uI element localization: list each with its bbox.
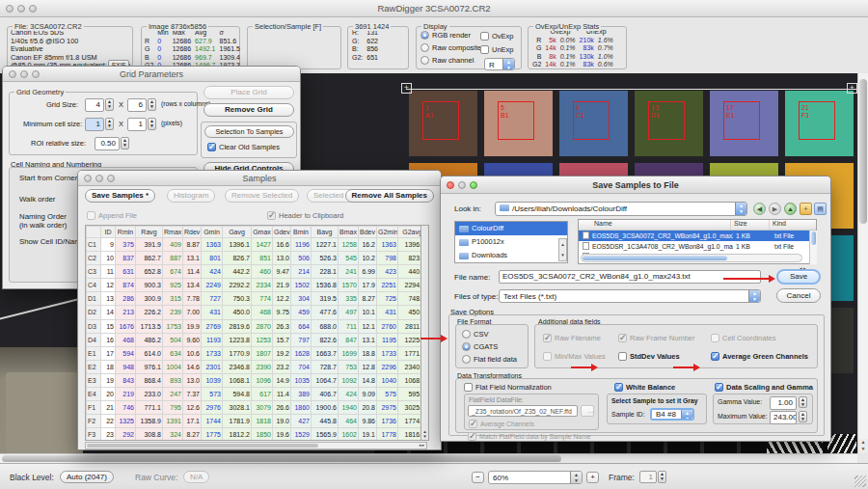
display-radio-raw-channel[interactable]: Raw channel: [420, 56, 481, 65]
sample-row-C3[interactable]: C311631652.867411.4424442.24609.47214228…: [87, 265, 428, 279]
save-dialog-titlebar[interactable]: Save Samples to File: [441, 177, 830, 194]
gamma-stepper[interactable]: ▲▼: [799, 396, 807, 408]
unexp-checkbox[interactable]: UnExp: [480, 45, 514, 54]
sample-row-C4[interactable]: C412874900.392513.422492292.2233421.9150…: [87, 279, 428, 292]
cancel-button[interactable]: Cancel: [776, 288, 821, 303]
new-folder-icon[interactable]: +: [800, 203, 812, 215]
stddev-values-checkbox[interactable]: StdDev Values: [618, 352, 680, 361]
list-view-icon[interactable]: ▤: [814, 203, 827, 215]
forward-icon[interactable]: ▶: [769, 203, 781, 215]
min-cell-w-input[interactable]: 1: [85, 118, 104, 131]
vertical-scroll-arrows[interactable]: ▲▼: [857, 439, 868, 453]
average-channels-checkbox[interactable]: Average Channels: [469, 420, 534, 428]
sample-row-E2[interactable]: E218948976.1100414.623012346.8239023.270…: [87, 360, 428, 373]
selection-to-samples-button[interactable]: Selection To Samples: [204, 125, 294, 138]
sample-row-D1[interactable]: D113286300.93157.78727750.377412.2304319…: [87, 292, 428, 306]
sidebar-scroll-arrows[interactable]: ▲▼: [558, 238, 567, 261]
histogram-button[interactable]: Histogram: [167, 189, 215, 203]
frame-input[interactable]: 1: [639, 471, 657, 483]
sample-row-F1[interactable]: F121746771.179512.629763028.1307926.6186…: [87, 401, 428, 415]
sidebar-item-downloads[interactable]: Downloads: [455, 249, 567, 262]
remove-grid-button[interactable]: Remove Grid: [203, 103, 294, 117]
minimize-icon[interactable]: [17, 5, 25, 13]
zoom-out-button[interactable]: −: [472, 472, 484, 483]
sample-row-C1[interactable]: C19375391.94098.8713631396.1142716.61196…: [87, 238, 428, 252]
file-row[interactable]: EOS5DSR_1C3A4708_CR2_WBon84_g1.0_max243.…: [579, 241, 816, 252]
close-icon[interactable]: [6, 5, 14, 13]
selection-handle[interactable]: +: [847, 83, 857, 94]
file-list-header[interactable]: Name Size Kind: [579, 220, 816, 231]
sidebar-item-p100012x[interactable]: P100012x: [455, 235, 567, 249]
zoom-level-select[interactable]: 60%▲▼: [488, 471, 583, 484]
samples-hscrollbar[interactable]: ◂ ▸: [85, 442, 427, 449]
raw-frame-checkbox[interactable]: Raw Frame Number: [618, 334, 695, 342]
flatfield-path-input[interactable]: _Z35_rotation/Of_Z35_02_NEF.ffd: [468, 405, 578, 417]
back-icon[interactable]: ◀: [753, 203, 766, 215]
close-icon[interactable]: [84, 175, 92, 182]
sample-row-F3[interactable]: F323292308.83248.2717751812.2185019.6152…: [87, 428, 428, 441]
vertical-scroll-thumb[interactable]: [859, 79, 867, 224]
minimize-icon[interactable]: [458, 181, 466, 189]
data-scaling-gamma-checkbox[interactable]: Data Scaling and Gamma: [715, 383, 813, 392]
sample-row-D2[interactable]: D214213226.22397.00431450.04689.75459477…: [87, 306, 428, 319]
horizontal-scroll-thumb[interactable]: [2, 455, 561, 462]
display-radio-rgb-render[interactable]: RGB render: [420, 31, 481, 40]
save-button[interactable]: Save: [776, 269, 821, 285]
roi-input[interactable]: 0.50: [95, 137, 120, 150]
grid-rows-stepper[interactable]: ▲▼: [105, 98, 114, 111]
sample-row-F2[interactable]: F22213251358.9139117.117441781.9181819.0…: [87, 415, 428, 428]
sidebar-item-colourdiff[interactable]: ColourDiff: [455, 222, 567, 235]
flat-field-normalization-checkbox[interactable]: Flat Field Normalization: [464, 383, 552, 392]
sample-row-D4[interactable]: D416468486.25049.6011931223.8125315.7797…: [87, 333, 428, 346]
zoom-window-icon[interactable]: [29, 5, 37, 13]
zoom-window-icon[interactable]: [470, 181, 477, 189]
file-name-input[interactable]: EOS5DS_3CSA0072_CR2_WBon84_g1.0_max243.t…: [499, 270, 761, 284]
raw-channel-select[interactable]: R▲▼: [484, 58, 515, 70]
display-radio-raw-composite[interactable]: Raw composite: [420, 43, 481, 52]
remove-all-samples-button[interactable]: Remove All Samples: [345, 189, 434, 203]
file-list-hscrollbar[interactable]: [581, 254, 802, 262]
zoom-window-icon[interactable]: [32, 70, 40, 78]
browse-button[interactable]: ...: [581, 405, 594, 417]
selection-handle[interactable]: +: [401, 83, 412, 94]
sample-row-C2[interactable]: C210837862.788713.1801826.785113.0506526…: [87, 252, 428, 265]
header-to-clipboard-checkbox[interactable]: Header to Clipboard: [267, 211, 343, 220]
vertical-scrollbar[interactable]: [857, 73, 868, 439]
sample-id-select[interactable]: B4 #8▲▼: [650, 408, 694, 421]
format-csv-radio[interactable]: CSV: [462, 330, 488, 339]
file-row[interactable]: EOS5DS_3CSA0072_CR2_WBon84_g1.0_max243.t…: [579, 231, 816, 241]
close-icon[interactable]: [9, 70, 16, 78]
grid-cols-input[interactable]: 6: [127, 98, 147, 112]
sample-row-E3[interactable]: E319843868.489313.010391068.1109614.9103…: [87, 373, 428, 387]
maximum-stepper[interactable]: ▲▼: [799, 411, 807, 422]
remove-selected-button[interactable]: Remove Selected: [225, 189, 299, 203]
sample-row-D3[interactable]: D31516761713.5175319.927692819.6287026.3…: [87, 319, 428, 333]
ovexp-checkbox[interactable]: OvExp: [480, 32, 514, 41]
minmax-values-checkbox[interactable]: Min/Max Values: [543, 352, 606, 361]
min-cell-h-stepper[interactable]: ▲▼: [148, 118, 156, 130]
close-icon[interactable]: [447, 181, 454, 189]
samples-vscrollbar[interactable]: ▲▼: [420, 225, 429, 441]
cell-coordinates-checkbox[interactable]: Cell Coordinates: [711, 334, 775, 342]
samples-table[interactable]: IDRminRavgRmaxRdevGminGavgGmaxGdevBminBa…: [86, 226, 427, 441]
min-cell-h-input[interactable]: 1: [127, 118, 147, 131]
parent-folder-icon[interactable]: ▲: [784, 203, 797, 215]
white-balance-checkbox[interactable]: White Balance: [614, 383, 675, 392]
gamma-input[interactable]: 1.00: [770, 396, 797, 410]
format-flat-radio[interactable]: Flat field data: [462, 355, 517, 364]
sample-row-E4[interactable]: E420219233.02477.37573594.861711.4389406…: [87, 388, 428, 401]
frame-stepper[interactable]: ▲▼: [658, 471, 666, 483]
min-cell-w-stepper[interactable]: ▲▼: [105, 118, 114, 130]
grid-rows-input[interactable]: 4: [85, 98, 104, 112]
files-of-type-select[interactable]: Text Files (*.txt)▲▼: [499, 289, 761, 303]
grid-cols-stepper[interactable]: ▲▼: [148, 98, 156, 111]
raw-filename-checkbox[interactable]: Raw Filename: [543, 334, 601, 342]
place-grid-button[interactable]: Place Grid: [203, 86, 294, 99]
raw-curve-button[interactable]: N/A: [183, 471, 209, 483]
file-list-vscrollbar[interactable]: [809, 231, 817, 264]
grid-window-titlebar[interactable]: Grid Parameters: [3, 67, 300, 82]
maximum-input[interactable]: 243.00: [770, 411, 797, 424]
sample-row-E1[interactable]: E117594614.063410.617331770.9180719.2162…: [87, 346, 428, 360]
append-file-checkbox[interactable]: Append File: [87, 211, 137, 220]
resize-grip-icon[interactable]: [854, 475, 866, 487]
